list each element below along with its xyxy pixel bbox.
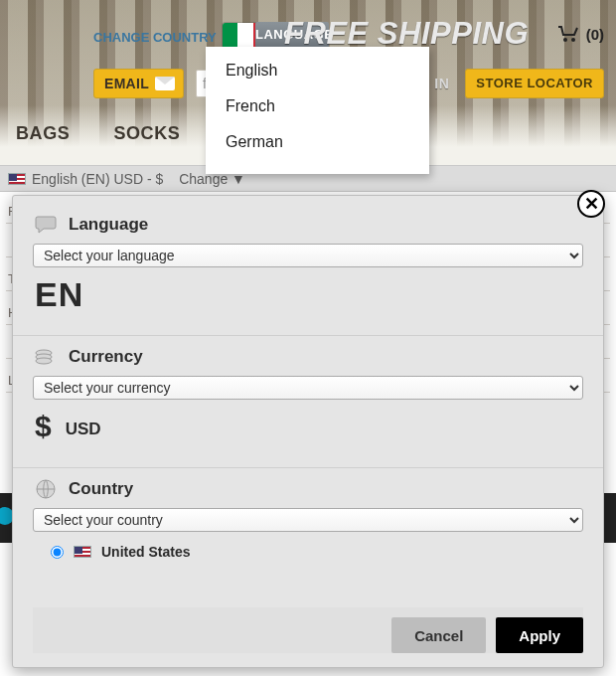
nav-socks[interactable]: SOCKS bbox=[113, 124, 180, 142]
store-locator-button[interactable]: STORE LOCATOR bbox=[465, 69, 604, 98]
language-select[interactable]: Select your language bbox=[33, 244, 583, 267]
close-icon[interactable]: ✕ bbox=[577, 190, 605, 218]
language-value: EN bbox=[35, 277, 583, 311]
cart-area[interactable]: (0) bbox=[556, 25, 604, 43]
country-select[interactable]: Select your country bbox=[33, 508, 583, 532]
nav-bags[interactable]: BAGS bbox=[16, 124, 70, 142]
email-signup-button[interactable]: EMAIL bbox=[93, 69, 184, 98]
coins-icon bbox=[33, 346, 59, 368]
country-radio-us[interactable] bbox=[51, 546, 64, 559]
svg-point-0 bbox=[563, 38, 567, 42]
country-title: Country bbox=[69, 479, 133, 499]
free-shipping-banner: FREE SHIPPING bbox=[284, 18, 529, 49]
currency-code: USD bbox=[66, 420, 101, 439]
envelope-icon bbox=[155, 77, 175, 90]
globe-icon bbox=[33, 478, 59, 500]
language-option-french[interactable]: French bbox=[206, 88, 429, 124]
svg-point-4 bbox=[36, 358, 52, 364]
language-dropdown: English French German bbox=[206, 47, 429, 174]
divider bbox=[13, 335, 603, 336]
currency-symbol: $ bbox=[35, 410, 52, 443]
apply-button[interactable]: Apply bbox=[496, 617, 583, 653]
site-header: CHANGE COUNTRY LANGUAGE FREE SHIPPING (0… bbox=[0, 0, 616, 166]
currency-section: Currency Select your currency $ USD bbox=[33, 346, 583, 451]
locale-settings-modal: ✕ Language Select your language EN Curre… bbox=[12, 195, 604, 668]
locale-text: English (EN) USD - $ bbox=[32, 166, 163, 192]
language-option-english[interactable]: English bbox=[206, 53, 429, 88]
language-section: Language Select your language EN bbox=[33, 214, 583, 319]
divider bbox=[13, 467, 603, 468]
cart-count: (0) bbox=[586, 26, 604, 43]
flag-us-icon bbox=[74, 546, 91, 558]
language-option-german[interactable]: German bbox=[206, 124, 429, 160]
country-section: Country Select your country United State… bbox=[33, 478, 583, 560]
flag-us-icon bbox=[8, 173, 26, 185]
currency-title: Currency bbox=[69, 347, 143, 367]
change-country-label: CHANGE COUNTRY bbox=[93, 30, 217, 45]
language-title: Language bbox=[69, 215, 148, 235]
country-selected-label: United States bbox=[101, 544, 190, 560]
email-signup-label: EMAIL bbox=[104, 77, 149, 90]
currency-select[interactable]: Select your currency bbox=[33, 376, 583, 400]
change-country-link[interactable]: CHANGE COUNTRY bbox=[93, 31, 217, 44]
modal-footer: Cancel Apply bbox=[33, 607, 583, 653]
cancel-button[interactable]: Cancel bbox=[391, 617, 486, 653]
svg-point-1 bbox=[571, 38, 575, 42]
speech-bubble-icon bbox=[33, 214, 59, 236]
cart-icon bbox=[556, 25, 580, 43]
